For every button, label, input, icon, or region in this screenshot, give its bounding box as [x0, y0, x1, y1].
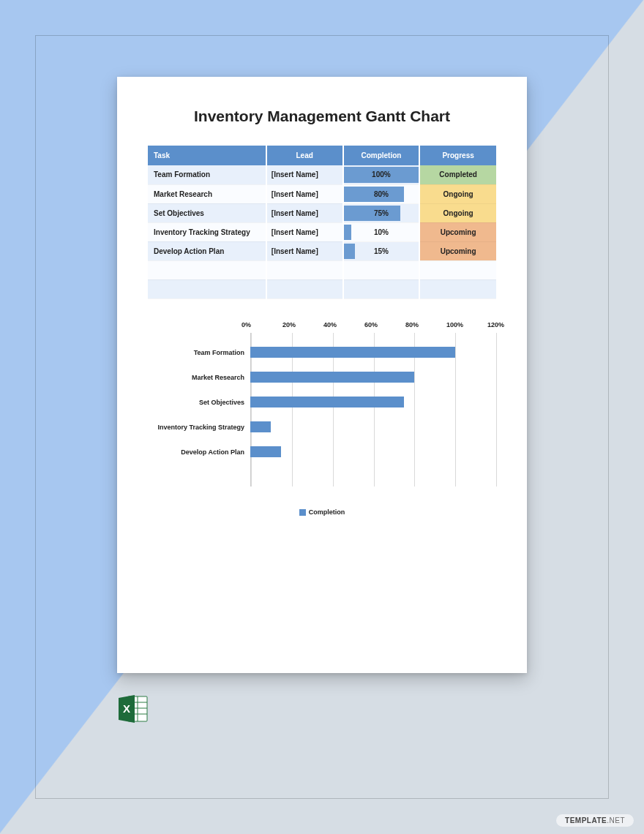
completion-label: 10% [348, 228, 415, 236]
task-table: Task Lead Completion Progress Team Forma… [148, 146, 496, 299]
table-row: Inventory Tracking Strategy[Insert Name]… [148, 222, 496, 241]
col-task: Task [148, 146, 266, 165]
watermark: TEMPLATE.NET [556, 814, 634, 827]
table-header-row: Task Lead Completion Progress [148, 146, 496, 165]
legend-label: Completion [309, 508, 345, 516]
chart-axis: 0%20%40%60%80%100%120% [148, 321, 496, 333]
chart-bar-row: Develop Action Plan [148, 440, 496, 465]
completion-label: 80% [348, 190, 415, 198]
table-row-empty [148, 260, 496, 279]
table-row: Develop Action Plan[Insert Name]15%Upcom… [148, 241, 496, 260]
progress-cell: Ongoing [419, 203, 496, 222]
lead-cell: [Insert Name] [266, 222, 343, 241]
col-completion: Completion [343, 146, 420, 165]
document-page: Inventory Management Gantt Chart Task Le… [117, 77, 527, 673]
completion-label: 75% [348, 209, 415, 217]
col-lead: Lead [266, 146, 343, 165]
grid-line [496, 333, 497, 487]
progress-cell: Upcoming [419, 241, 496, 260]
chart-bar-label: Team Formation [148, 349, 250, 356]
table-row-empty [148, 279, 496, 298]
completion-chart: 0%20%40%60%80%100%120% Team FormationMar… [148, 321, 496, 516]
excel-icon: X [117, 694, 149, 724]
table-row: Market Research[Insert Name]80%Ongoing [148, 184, 496, 203]
progress-cell: Completed [419, 165, 496, 184]
completion-cell: 80% [343, 184, 420, 203]
table-row: Team Formation[Insert Name]100%Completed [148, 165, 496, 184]
task-cell: Market Research [148, 184, 266, 203]
lead-cell: [Insert Name] [266, 184, 343, 203]
completion-label: 15% [348, 247, 415, 255]
chart-bar [250, 397, 404, 407]
chart-legend: Completion [148, 508, 496, 516]
completion-cell: 75% [343, 203, 420, 222]
progress-cell: Ongoing [419, 184, 496, 203]
task-cell: Inventory Tracking Strategy [148, 222, 266, 241]
chart-bar-row: Inventory Tracking Strategy [148, 415, 496, 440]
completion-label: 100% [348, 170, 415, 179]
completion-cell: 15% [343, 241, 420, 260]
svg-text:X: X [123, 702, 130, 715]
task-cell: Develop Action Plan [148, 241, 266, 260]
table-row: Set Objectives[Insert Name]75%Ongoing [148, 203, 496, 222]
watermark-light: .NET [607, 816, 625, 824]
chart-bar-label: Set Objectives [148, 399, 250, 406]
chart-bar [250, 446, 281, 457]
col-progress: Progress [419, 146, 496, 165]
lead-cell: [Insert Name] [266, 165, 343, 184]
completion-cell: 100% [343, 165, 420, 184]
page-title: Inventory Management Gantt Chart [148, 108, 496, 125]
task-cell: Team Formation [148, 165, 266, 184]
chart-bar-label: Inventory Tracking Strategy [148, 424, 250, 431]
chart-bar-label: Market Research [148, 374, 250, 381]
stage: Inventory Management Gantt Chart Task Le… [0, 0, 644, 834]
progress-cell: Upcoming [419, 222, 496, 241]
lead-cell: [Insert Name] [266, 203, 343, 222]
chart-bar-row: Set Objectives [148, 390, 496, 415]
lead-cell: [Insert Name] [266, 241, 343, 260]
task-cell: Set Objectives [148, 203, 266, 222]
completion-cell: 10% [343, 222, 420, 241]
watermark-bold: TEMPLATE [565, 816, 607, 824]
legend-swatch [299, 509, 306, 516]
chart-bar-label: Develop Action Plan [148, 448, 250, 456]
chart-bar [250, 421, 271, 432]
chart-bar-row: Market Research [148, 365, 496, 390]
chart-bar-row: Team Formation [148, 340, 496, 365]
chart-bar [250, 347, 455, 358]
chart-bar [250, 372, 414, 383]
